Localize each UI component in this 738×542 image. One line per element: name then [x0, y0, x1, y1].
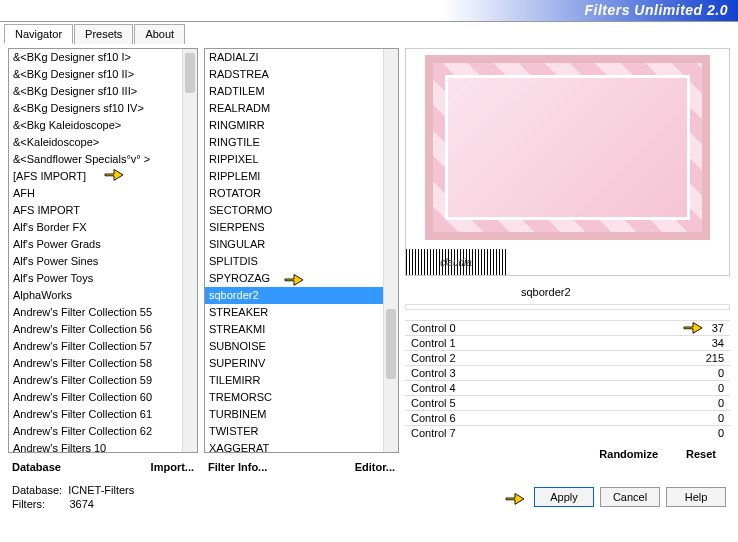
- apply-button[interactable]: Apply: [534, 487, 594, 507]
- filter-info-button[interactable]: Filter Info...: [204, 459, 271, 475]
- list-item[interactable]: &<BKg Designer sf10 III>: [9, 83, 182, 100]
- control-label: Control 1: [411, 337, 456, 349]
- list-item[interactable]: RADIALZI: [205, 49, 383, 66]
- list-item[interactable]: TURBINEM: [205, 406, 383, 423]
- control-value: 0: [718, 427, 724, 439]
- randomize-button[interactable]: Randomize: [595, 446, 662, 462]
- scrollbar[interactable]: [383, 49, 398, 452]
- list-item[interactable]: &<BKg Designer sf10 II>: [9, 66, 182, 83]
- list-item[interactable]: SPLITDIS: [205, 253, 383, 270]
- list-item[interactable]: RINGTILE: [205, 134, 383, 151]
- tab-bar: Navigator Presets About: [0, 22, 738, 44]
- list-item[interactable]: sqborder2: [205, 287, 383, 304]
- list-item[interactable]: STREAKER: [205, 304, 383, 321]
- control-row[interactable]: Control 50: [405, 395, 730, 410]
- list-item[interactable]: Alf's Power Grads: [9, 236, 182, 253]
- preview-panel: claudia: [405, 48, 730, 276]
- list-item[interactable]: Andrew's Filter Collection 57: [9, 338, 182, 355]
- list-item[interactable]: Andrew's Filter Collection 59: [9, 372, 182, 389]
- filters-value: 3674: [69, 498, 93, 510]
- control-row[interactable]: Control 60: [405, 410, 730, 425]
- control-value: 0: [718, 412, 724, 424]
- pointer-icon: [103, 165, 125, 183]
- cancel-button[interactable]: Cancel: [600, 487, 660, 507]
- control-value: 37: [712, 322, 724, 334]
- editor-button[interactable]: Editor...: [351, 459, 399, 475]
- list-item[interactable]: &<BKg Designer sf10 I>: [9, 49, 182, 66]
- control-value: 215: [706, 352, 724, 364]
- control-row[interactable]: Control 2215: [405, 350, 730, 365]
- status-bar: Database: ICNET-Filters Filters: 3674 Ap…: [0, 479, 738, 515]
- control-row[interactable]: Control 70: [405, 425, 730, 440]
- list-item[interactable]: XAGGERAT: [205, 440, 383, 452]
- list-item[interactable]: REALRADM: [205, 100, 383, 117]
- list-item[interactable]: RADSTREA: [205, 66, 383, 83]
- list-item[interactable]: Andrew's Filter Collection 58: [9, 355, 182, 372]
- control-row[interactable]: Control 134: [405, 335, 730, 350]
- list-item[interactable]: SINGULAR: [205, 236, 383, 253]
- list-item[interactable]: TREMORSC: [205, 389, 383, 406]
- pointer-icon: [283, 270, 305, 288]
- control-value: 0: [718, 397, 724, 409]
- import-button[interactable]: Import...: [147, 459, 198, 475]
- tab-presets[interactable]: Presets: [74, 24, 133, 44]
- title-bar: Filters Unlimited 2.0: [0, 0, 738, 22]
- controls-table: Control 037Control 134Control 2215Contro…: [405, 320, 730, 440]
- list-item[interactable]: SIERPENS: [205, 219, 383, 236]
- list-item[interactable]: SECTORMO: [205, 202, 383, 219]
- tab-about[interactable]: About: [134, 24, 185, 44]
- control-value: 0: [718, 367, 724, 379]
- control-label: Control 6: [411, 412, 456, 424]
- list-item[interactable]: Alf's Border FX: [9, 219, 182, 236]
- list-item[interactable]: Andrew's Filter Collection 62: [9, 423, 182, 440]
- list-item[interactable]: STREAKMI: [205, 321, 383, 338]
- list-item[interactable]: Alf's Power Sines: [9, 253, 182, 270]
- scrollbar[interactable]: [182, 49, 197, 452]
- list-item[interactable]: Andrew's Filters 10: [9, 440, 182, 452]
- preview-image: [425, 55, 710, 240]
- slider-track[interactable]: [405, 304, 730, 310]
- control-label: Control 3: [411, 367, 456, 379]
- db-label: Database:: [12, 484, 62, 496]
- list-item[interactable]: Andrew's Filter Collection 55: [9, 304, 182, 321]
- control-value: 34: [712, 337, 724, 349]
- database-button[interactable]: Database: [8, 459, 65, 475]
- list-item[interactable]: TWISTER: [205, 423, 383, 440]
- list-item[interactable]: &<Bkg Kaleidoscope>: [9, 117, 182, 134]
- selected-filter-name: sqborder2: [521, 286, 730, 298]
- list-item[interactable]: SUBNOISE: [205, 338, 383, 355]
- reset-button[interactable]: Reset: [682, 446, 720, 462]
- help-button[interactable]: Help: [666, 487, 726, 507]
- list-item[interactable]: TILEMIRR: [205, 372, 383, 389]
- control-label: Control 7: [411, 427, 456, 439]
- pointer-icon: [682, 318, 704, 336]
- filters-label: Filters:: [12, 498, 45, 510]
- list-item[interactable]: RIPPIXEL: [205, 151, 383, 168]
- list-item[interactable]: AFS IMPORT: [9, 202, 182, 219]
- category-list[interactable]: &<BKg Designer sf10 I>&<BKg Designer sf1…: [8, 48, 198, 453]
- control-label: Control 4: [411, 382, 456, 394]
- tab-navigator[interactable]: Navigator: [4, 24, 73, 44]
- filter-list[interactable]: RADIALZIRADSTREARADTILEMREALRADMRINGMIRR…: [204, 48, 399, 453]
- list-item[interactable]: Andrew's Filter Collection 56: [9, 321, 182, 338]
- app-title: Filters Unlimited 2.0: [584, 2, 728, 18]
- list-item[interactable]: ROTATOR: [205, 185, 383, 202]
- list-item[interactable]: [AFS IMPORT]: [9, 168, 182, 185]
- list-item[interactable]: &<Kaleidoscope>: [9, 134, 182, 151]
- control-label: Control 2: [411, 352, 456, 364]
- pointer-icon: [504, 489, 526, 507]
- list-item[interactable]: Andrew's Filter Collection 60: [9, 389, 182, 406]
- control-row[interactable]: Control 30: [405, 365, 730, 380]
- list-item[interactable]: Andrew's Filter Collection 61: [9, 406, 182, 423]
- list-item[interactable]: RIPPLEMI: [205, 168, 383, 185]
- list-item[interactable]: AlphaWorks: [9, 287, 182, 304]
- control-label: Control 5: [411, 397, 456, 409]
- list-item[interactable]: Alf's Power Toys: [9, 270, 182, 287]
- list-item[interactable]: RADTILEM: [205, 83, 383, 100]
- list-item[interactable]: AFH: [9, 185, 182, 202]
- list-item[interactable]: RINGMIRR: [205, 117, 383, 134]
- list-item[interactable]: SUPERINV: [205, 355, 383, 372]
- list-item[interactable]: &<Sandflower Specials°v° >: [9, 151, 182, 168]
- control-row[interactable]: Control 40: [405, 380, 730, 395]
- list-item[interactable]: &<BKg Designers sf10 IV>: [9, 100, 182, 117]
